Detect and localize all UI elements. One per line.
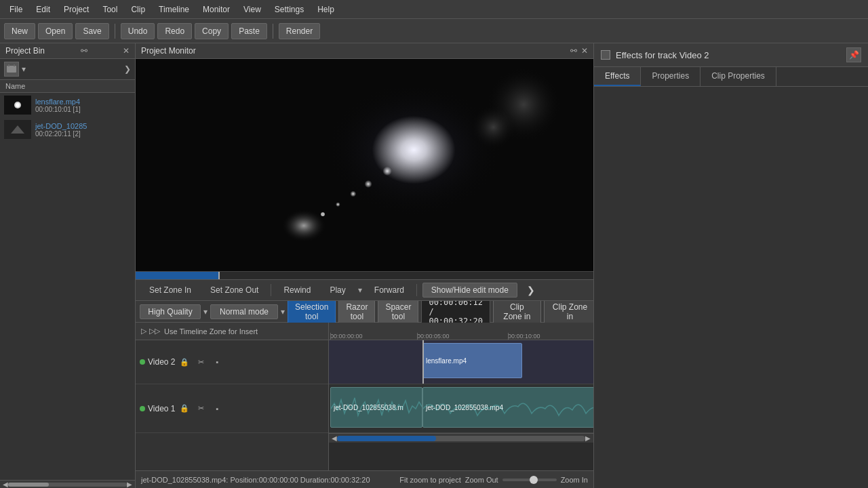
play-button[interactable]: Play (323, 283, 352, 297)
menu-view[interactable]: View (237, 2, 268, 17)
track-lock-icon-video1[interactable]: 🔒 (178, 402, 191, 415)
play-dropdown-icon[interactable]: ▾ (358, 285, 362, 295)
zoom-out-label[interactable]: Zoom Out (465, 476, 498, 484)
mode-dropdown[interactable]: Normal mode (210, 304, 278, 319)
project-monitor: Project Monitor ⚯ ✕ (136, 43, 593, 301)
quality-dropdown-icon[interactable]: ▾ (203, 307, 208, 317)
clip-video1-left[interactable]: jet-DOD_102855038.m (330, 387, 422, 428)
bin-scrollbar[interactable]: ◀ ▶ (0, 480, 135, 488)
tl-scroll-track[interactable] (337, 436, 585, 441)
set-zone-in-button[interactable]: Set Zone In (142, 283, 198, 297)
menu-monitor[interactable]: Monitor (196, 2, 237, 17)
monitor-pin-icon[interactable]: ⚯ (570, 46, 577, 56)
svg-point-13 (336, 202, 340, 207)
menu-project[interactable]: Project (57, 2, 96, 17)
quality-dropdown[interactable]: High Quality (140, 304, 201, 319)
timeline-ruler: 00:00:00:00 00:00:05:00 00:00:10:00 00:0… (329, 323, 593, 340)
bin-expand-icon[interactable]: ❯ (124, 64, 131, 74)
bin-thumb-jet (4, 120, 31, 139)
bin-add-icon[interactable] (4, 62, 19, 77)
bin-item-time-jet: 00:02:20:11 [2] (35, 130, 87, 138)
bin-item-lensflare[interactable]: lensflare.mp4 00:00:10:01 [1] (0, 93, 135, 117)
svg-point-5 (16, 103, 20, 107)
menu-settings[interactable]: Settings (268, 2, 311, 17)
monitor-more-button[interactable]: ❯ (523, 283, 539, 298)
effects-checkbox[interactable] (601, 50, 610, 60)
menu-help[interactable]: Help (311, 2, 341, 17)
bin-item-info-jet: jet-DOD_10285 00:02:20:11 [2] (35, 122, 87, 138)
bin-scroll-right-icon[interactable]: ▶ (127, 481, 132, 488)
selection-tool-button[interactable]: Selection tool (288, 301, 336, 324)
bin-item-name-lensflare: lensflare.mp4 (35, 98, 81, 106)
set-zone-out-button[interactable]: Set Zone Out (203, 283, 265, 297)
waveform-left (331, 390, 422, 427)
open-button[interactable]: Open (38, 23, 73, 39)
forward-skip-icon[interactable]: ▷▷ (149, 327, 160, 336)
track-film-icon-video2[interactable]: ▪ (210, 355, 224, 369)
ruler-line-0 (330, 333, 331, 340)
project-bin-close-icon[interactable]: ✕ (123, 46, 130, 56)
render-button[interactable]: Render (279, 23, 320, 39)
tl-scroll-right-icon[interactable]: ▶ (585, 434, 591, 442)
monitor-controls: Set Zone In Set Zone Out Rewind Play ▾ F… (136, 279, 593, 300)
menu-tool[interactable]: Tool (96, 2, 124, 17)
zoom-in-label[interactable]: Zoom In (561, 476, 588, 484)
right-panel: Effects for track Video 2 📌 Effects Prop… (593, 43, 868, 488)
center-panel: Project Monitor ⚯ ✕ (136, 43, 593, 488)
redo-button[interactable]: Redo (157, 23, 192, 39)
zoom-slider-thumb[interactable] (530, 476, 538, 484)
statusbar-zoom: Fit zoom to project Zoom Out Zoom In (399, 476, 588, 484)
monitor-playhead (218, 272, 220, 279)
menu-file[interactable]: File (3, 2, 29, 17)
menu-clip[interactable]: Clip (124, 2, 152, 17)
project-bin-pin-icon[interactable]: ⚯ (81, 46, 87, 56)
bin-dropdown-icon[interactable]: ▾ (22, 64, 26, 74)
tl-scroll-thumb[interactable] (337, 436, 436, 441)
clip-video1-right[interactable]: jet-DOD_102855038.mp4 (422, 387, 593, 428)
zoom-slider-track[interactable] (502, 479, 557, 481)
tab-effects[interactable]: Effects (594, 67, 641, 86)
bin-scroll-thumb[interactable] (8, 483, 49, 487)
copy-button[interactable]: Copy (195, 23, 229, 39)
fit-zoom-label[interactable]: Fit zoom to project (399, 476, 460, 484)
tab-clip-properties[interactable]: Clip Properties (701, 67, 776, 86)
forward-button[interactable]: Forward (368, 283, 411, 297)
forward-icon[interactable]: ▷ (141, 327, 146, 336)
bin-item-jet[interactable]: jet-DOD_10285 00:02:20:11 [2] (0, 117, 135, 142)
save-button[interactable]: Save (75, 23, 108, 39)
show-hide-edit-mode-button[interactable]: Show/Hide edit mode (422, 283, 517, 298)
razor-tool-button[interactable]: Razor tool (338, 301, 375, 324)
track-scissors-icon-video2[interactable]: ✂ (194, 355, 208, 369)
project-bin-header: Project Bin ⚯ ✕ (0, 43, 135, 59)
track-lock-icon-video2[interactable]: 🔒 (178, 355, 191, 369)
paste-button[interactable]: Paste (231, 23, 267, 39)
undo-button[interactable]: Undo (121, 23, 155, 39)
timeline-hscroll[interactable]: ◀ ▶ (329, 433, 593, 443)
clip-lensflare[interactable]: lensflare.mp4 (422, 343, 522, 378)
tl-scroll-left-icon[interactable]: ◀ (332, 434, 337, 442)
main-layout: Project Bin ⚯ ✕ ▾ ❯ Name lensflare.mp4 0… (0, 43, 868, 488)
menu-edit[interactable]: Edit (29, 2, 57, 17)
track-content-video1: jet-DOD_102855038.m jet-DOD_102855038.mp… (329, 384, 593, 433)
bin-scroll-left-icon[interactable]: ◀ (3, 481, 8, 488)
toolbar: New Open Save Undo Redo Copy Paste Rende… (0, 19, 868, 43)
new-button[interactable]: New (4, 23, 35, 39)
monitor-ctrl-sep-1 (271, 284, 271, 296)
monitor-timebar[interactable] (136, 271, 593, 279)
mode-dropdown-icon[interactable]: ▾ (281, 307, 285, 317)
monitor-close-icon[interactable]: ✕ (581, 46, 588, 56)
bin-scroll-track[interactable] (8, 483, 127, 487)
track-dot-video2 (140, 359, 145, 365)
spacer-tool-button[interactable]: Spacer tool (378, 301, 418, 324)
effects-pin-button[interactable]: 📌 (846, 47, 861, 62)
timeline-area: High Quality ▾ Normal mode ▾ Selection t… (136, 301, 593, 470)
zone-label: Use Timeline Zone for Insert (164, 327, 258, 336)
menu-timeline[interactable]: Timeline (152, 2, 196, 17)
track-labels-header: ▷ ▷▷ Use Timeline Zone for Insert (136, 323, 328, 340)
track-name-video2: Video 2 (148, 357, 175, 367)
rewind-button[interactable]: Rewind (277, 283, 317, 297)
track-scissors-icon-video1[interactable]: ✂ (194, 402, 208, 415)
track-film-icon-video1[interactable]: ▪ (210, 402, 224, 415)
tab-properties[interactable]: Properties (641, 67, 701, 86)
film-icon (6, 64, 17, 75)
